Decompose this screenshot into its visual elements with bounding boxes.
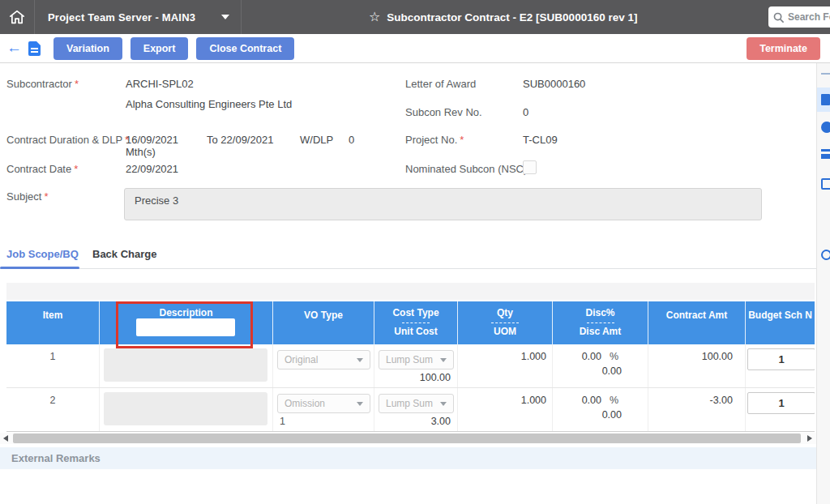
disc-amt-value: 0.00 — [602, 409, 622, 421]
disc-pct-value: 0.00 — [582, 351, 601, 362]
contract-amt-value: -3.00 — [710, 395, 734, 406]
tab-job-scope-bq[interactable]: Job Scope/BQ — [6, 248, 79, 260]
rail-item-history[interactable] — [817, 243, 830, 267]
page-title-area: ☆ Subcontractor Contract - E2 [SUB000016… — [369, 0, 637, 34]
header-budget-sch: Budget Sch N — [746, 301, 815, 344]
nominated-subcon-checkbox[interactable] — [523, 160, 537, 174]
rail-item-panel[interactable] — [817, 172, 830, 196]
bq-table: Item Description VO Type Cost TypeUnit C… — [6, 301, 815, 432]
subcon-rev-no-value: 0 — [523, 106, 528, 118]
search-input[interactable] — [788, 11, 830, 23]
search-icon — [773, 12, 784, 23]
description-textarea[interactable] — [104, 392, 267, 425]
qty-value: 1.000 — [521, 351, 546, 362]
home-button[interactable] — [0, 0, 35, 34]
subcontractor-label: Subcontractor* — [6, 78, 79, 90]
global-search[interactable] — [768, 6, 830, 28]
header-disc: Disc%Disc Amt — [553, 301, 648, 344]
favorite-star-icon[interactable]: ☆ — [369, 11, 380, 23]
home-icon — [9, 10, 25, 24]
app-selector[interactable]: Project Team Server - MAIN3 — [35, 0, 242, 34]
list-icon — [821, 149, 830, 159]
tab-back-charge[interactable]: Back Charge — [92, 248, 156, 260]
pdf-export-icon[interactable] — [28, 41, 41, 56]
chevron-down-icon — [440, 358, 447, 362]
unit-cost-value: 3.00 — [431, 416, 451, 427]
app-window: Project Team Server - MAIN3 ☆ Subcontrac… — [0, 0, 830, 504]
table-toolbar-band — [6, 283, 815, 300]
vo-type-select[interactable]: Omission — [277, 394, 370, 413]
active-tab-underline — [0, 267, 79, 269]
vo-type-select[interactable]: Original — [277, 350, 370, 369]
page-title: Subcontractor Contract - E2 [SUB0000160 … — [387, 11, 637, 23]
qty-value: 1.000 — [521, 395, 546, 406]
contract-duration-unit: Mth(s) — [126, 146, 156, 158]
scroll-right-arrow-icon[interactable] — [807, 435, 812, 442]
close-contract-button[interactable]: Close Contract — [196, 37, 294, 60]
percent-sign: % — [610, 395, 618, 406]
letter-of-award-label: Letter of Award — [405, 78, 476, 90]
external-remarks-header: External Remarks — [0, 447, 816, 469]
disc-pct-value: 0.00 — [582, 395, 601, 406]
scrollbar-thumb[interactable] — [13, 434, 801, 443]
header-qty: QtyUOM — [458, 301, 553, 344]
action-toolbar: ← Variation Export Close Contract Termin… — [0, 34, 830, 63]
chevron-down-icon — [357, 402, 363, 406]
document-icon — [821, 94, 830, 105]
cost-type-select[interactable]: Lump Sum — [379, 394, 454, 413]
chevron-down-icon — [221, 15, 229, 19]
unit-cost-value: 100.00 — [420, 372, 451, 383]
subcontractor-code: ARCHI-SPL02 — [126, 78, 194, 90]
percent-sign: % — [610, 351, 618, 362]
top-bar: Project Team Server - MAIN3 ☆ Subcontrac… — [0, 0, 830, 34]
header-item: Item — [6, 301, 100, 344]
panel-icon — [821, 178, 830, 190]
rail-item-info[interactable] — [817, 115, 830, 139]
wdlp-value: 0 — [349, 134, 354, 146]
scroll-left-arrow-icon[interactable] — [3, 435, 8, 442]
tabs-divider — [0, 268, 816, 269]
wdlp-label: W/DLP — [300, 134, 333, 146]
contract-date-label: Contract Date* — [6, 163, 78, 175]
description-textarea[interactable] — [104, 348, 267, 382]
export-button[interactable]: Export — [130, 37, 189, 60]
contract-duration-to: To 22/09/2021 — [207, 134, 273, 146]
subcon-rev-no-label: Subcon Rev No. — [405, 106, 482, 118]
item-number: 2 — [6, 395, 99, 406]
letter-of-award-value: SUB0000160 — [523, 78, 585, 90]
table-row: 2 Omission 1 Lump Sum 3.00 1.000 0.00 % … — [6, 388, 815, 432]
contract-duration-label: Contract Duration & DLP* — [6, 134, 129, 146]
terminate-button[interactable]: Terminate — [747, 37, 820, 60]
subcontractor-name: Alpha Consulting Engineers Pte Ltd — [126, 98, 292, 110]
rail-item-documents[interactable] — [817, 88, 830, 112]
disc-amt-value: 0.00 — [602, 365, 622, 377]
header-cost-type: Cost TypeUnit Cost — [374, 301, 458, 344]
header-vo-type: VO Type — [273, 301, 374, 344]
variation-button[interactable]: Variation — [53, 37, 122, 60]
external-remarks-label: External Remarks — [11, 452, 101, 464]
header-description: Description — [100, 301, 273, 344]
rail-item-list[interactable] — [817, 143, 830, 167]
chevron-down-icon — [440, 402, 447, 406]
contract-amt-value: 100.00 — [702, 351, 733, 362]
project-no-label: Project No.* — [405, 134, 464, 146]
header-contract-amt: Contract Amt — [648, 301, 746, 344]
budget-sch-input[interactable] — [747, 392, 815, 414]
drag-handle-icon — [821, 73, 830, 76]
horizontal-scrollbar[interactable] — [0, 433, 816, 444]
description-filter-input[interactable] — [136, 318, 235, 336]
info-circle-icon — [821, 122, 830, 133]
subject-textarea[interactable]: Precise 3 — [124, 188, 762, 220]
project-no-value: T-CL09 — [523, 134, 558, 146]
vo-note: 1 — [280, 416, 285, 427]
nominated-subcon-label: Nominated Subcon (NSC) — [405, 163, 527, 175]
subject-label: Subject* — [6, 190, 48, 203]
back-arrow-icon[interactable]: ← — [6, 39, 22, 57]
table-row: 1 Original Lump Sum 100.00 1.000 0.00 % … — [6, 344, 815, 388]
contract-duration-from: 16/09/2021 — [126, 134, 178, 146]
budget-sch-input[interactable] — [747, 348, 815, 370]
item-number: 1 — [6, 351, 99, 362]
contract-date-value: 22/09/2021 — [126, 163, 178, 175]
right-side-rail — [816, 63, 830, 504]
cost-type-select[interactable]: Lump Sum — [379, 350, 454, 369]
